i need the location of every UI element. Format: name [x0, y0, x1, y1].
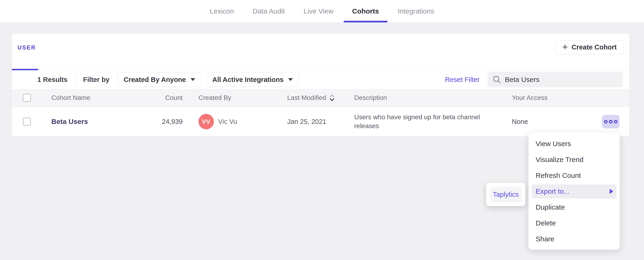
chevron-down-icon	[190, 78, 195, 81]
more-icon	[614, 120, 618, 124]
row-actions	[589, 115, 620, 128]
search-input[interactable]	[505, 76, 618, 84]
menu-item-export-to-label: Export to...	[536, 188, 570, 195]
header-count[interactable]: Count	[131, 94, 182, 102]
menu-item-refresh-count[interactable]: Refresh Count	[528, 168, 620, 184]
cohort-name-link[interactable]: Beta Users	[51, 118, 131, 126]
nav-tab-integrations[interactable]: Integrations	[389, 0, 443, 22]
row-checkbox[interactable]	[23, 118, 31, 126]
cohort-context-menu: View Users Visualize Trend Refresh Count…	[528, 132, 620, 250]
reset-filter-link[interactable]: Reset Filter	[445, 76, 480, 84]
cohort-count: 24,939	[131, 118, 182, 126]
plus-icon: +	[562, 42, 568, 52]
create-cohort-button[interactable]: + Create Cohort	[555, 40, 624, 54]
search-box[interactable]	[488, 72, 623, 87]
header-description: Description	[354, 94, 512, 102]
submenu-arrow-icon	[610, 189, 613, 194]
user-tab-underline	[12, 69, 38, 70]
header-your-access: Your Access	[512, 94, 589, 102]
avatar: VV	[198, 114, 214, 129]
chevron-down-icon	[288, 78, 293, 81]
select-all-checkbox[interactable]	[23, 94, 31, 102]
top-nav: Lexicon Data Audit Live View Cohorts Int…	[0, 0, 644, 23]
created-by-filter-dropdown[interactable]: Created By Anyone	[118, 72, 202, 87]
header-created-by[interactable]: Created By	[198, 94, 287, 102]
menu-item-delete[interactable]: Delete	[528, 215, 620, 231]
more-icon	[609, 120, 612, 124]
nav-tabs: Lexicon Data Audit Live View Cohorts Int…	[201, 0, 442, 22]
header-last-modified-label: Last Modified	[287, 94, 326, 102]
cohort-description: Users who have signed up for beta channe…	[354, 113, 494, 130]
menu-item-share[interactable]: Share	[528, 231, 620, 247]
more-icon	[604, 120, 608, 124]
your-access-value: None	[512, 118, 589, 126]
table-header-row: Cohort Name Count Created By Last Modifi…	[12, 89, 629, 107]
sort-icon[interactable]	[329, 94, 335, 102]
menu-item-duplicate[interactable]: Duplicate	[528, 199, 620, 215]
menu-item-export-to[interactable]: Export to...	[532, 184, 616, 198]
cohorts-card: USER + Create Cohort 1 Results Filter by…	[12, 34, 630, 136]
cohorts-page: Lexicon Data Audit Live View Cohorts Int…	[0, 0, 644, 260]
submenu-item-taplytics[interactable]: Taplytics	[490, 186, 522, 202]
created-by-filter-value: Created By Anyone	[124, 76, 186, 84]
menu-item-view-users[interactable]: View Users	[528, 136, 620, 152]
results-count: 1 Results	[37, 76, 68, 84]
integrations-filter-dropdown[interactable]: All Active Integrations	[206, 72, 299, 87]
created-by-cell: VV Vic Vu	[198, 114, 287, 129]
nav-tab-data-audit[interactable]: Data Audit	[244, 0, 293, 22]
filter-by-label: Filter by	[83, 76, 110, 84]
nav-tab-live-view[interactable]: Live View	[295, 0, 342, 22]
search-icon	[493, 76, 501, 84]
create-cohort-label: Create Cohort	[572, 44, 617, 51]
header-last-modified[interactable]: Last Modified	[287, 94, 354, 102]
nav-tab-cohorts-label: Cohorts	[352, 7, 379, 15]
active-tab-underline	[344, 21, 388, 22]
table-row: Beta Users 24,939 VV Vic Vu Jan 25, 2021…	[12, 107, 629, 136]
menu-item-visualize-trend[interactable]: Visualize Trend	[528, 152, 620, 168]
nav-tab-cohorts[interactable]: Cohorts	[344, 0, 388, 22]
last-modified-date: Jan 25, 2021	[287, 118, 354, 126]
divider	[75, 75, 76, 84]
integrations-filter-value: All Active Integrations	[212, 76, 284, 84]
filter-bar: 1 Results Filter by Created By Anyone Al…	[12, 70, 629, 89]
creator-name: Vic Vu	[218, 118, 237, 126]
tab-user[interactable]: USER	[18, 44, 36, 51]
export-submenu: Taplytics	[486, 183, 526, 206]
header-cohort-name[interactable]: Cohort Name	[51, 94, 131, 102]
cohort-type-tabs: USER + Create Cohort	[12, 34, 629, 70]
nav-tab-lexicon[interactable]: Lexicon	[201, 0, 242, 22]
more-actions-button[interactable]	[602, 115, 620, 128]
